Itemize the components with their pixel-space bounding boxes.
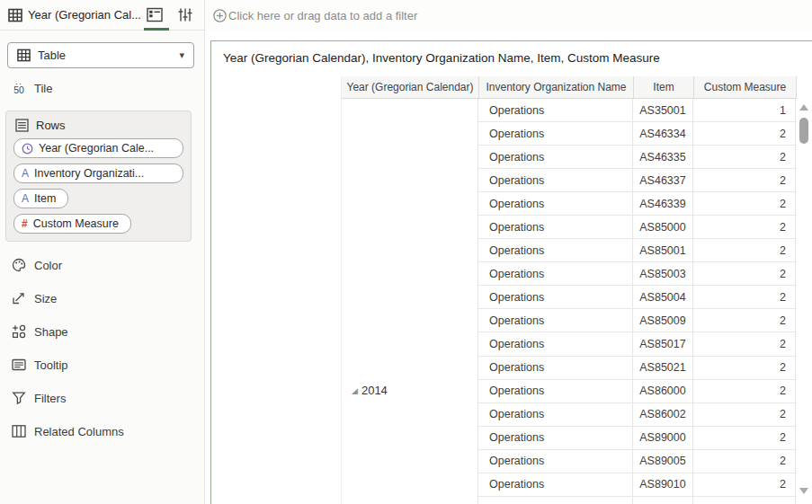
scroll-down-icon[interactable] xyxy=(799,488,808,494)
table-row[interactable]: Operations AS86002 2 xyxy=(478,403,797,427)
cell-item[interactable]: AS85017 xyxy=(633,332,693,355)
table-row[interactable]: Operations AS89000 2 xyxy=(478,427,797,450)
cell-value[interactable]: 2 xyxy=(693,122,796,145)
cell-org[interactable]: Operations xyxy=(478,473,633,496)
cell-org[interactable]: Operations xyxy=(478,192,633,215)
table-row[interactable]: Operations AS85003 2 xyxy=(478,262,797,286)
cell-org[interactable]: Operations xyxy=(478,332,633,355)
table-row[interactable]: Operations AS86000 2 xyxy=(478,380,797,403)
cell-item[interactable]: AS46334 xyxy=(633,122,693,145)
cell-item[interactable]: AS86002 xyxy=(633,403,693,426)
table-row[interactable]: Operations AS35001 1 xyxy=(478,99,797,122)
grammar-panel-tab-icon[interactable] xyxy=(147,7,163,23)
cell-value[interactable]: 2 xyxy=(693,332,796,355)
cell-value[interactable]: 2 xyxy=(693,192,796,215)
cell-item[interactable]: AS86000 xyxy=(633,380,693,402)
cell-org[interactable]: Operations xyxy=(478,357,633,379)
cell-item[interactable]: AS85004 xyxy=(633,286,693,308)
cell-org[interactable]: Operations xyxy=(478,122,633,145)
cell-value[interactable]: 1 xyxy=(693,99,796,121)
cell-value[interactable]: 2 xyxy=(693,239,796,261)
cell-org[interactable]: Operations xyxy=(478,309,633,332)
cell-org[interactable]: Operations xyxy=(478,286,633,308)
pill-custom-measure[interactable]: # Custom Measure xyxy=(13,214,131,234)
column-header-org[interactable]: Inventory Organization Name xyxy=(479,76,634,98)
drop-target-tooltip[interactable]: Tooltip xyxy=(11,358,124,372)
cell-value[interactable]: 2 xyxy=(693,169,796,191)
table-row[interactable]: Operations AS85000 2 xyxy=(478,216,797,239)
table-row-partial[interactable] xyxy=(478,497,797,504)
add-filter-icon[interactable] xyxy=(213,9,227,22)
filter-bar[interactable]: Click here or drag data to add a filter xyxy=(206,0,812,31)
cell-org[interactable]: Operations xyxy=(478,239,633,261)
cell-value[interactable]: 2 xyxy=(693,427,796,449)
cell-value[interactable]: 2 xyxy=(693,473,796,496)
table-row[interactable]: Operations AS85004 2 xyxy=(478,286,797,309)
table-visualization[interactable]: Year (Gregorian Calendar), Inventory Org… xyxy=(210,40,812,504)
cell-item[interactable]: AS46335 xyxy=(633,146,693,168)
cell-value[interactable]: 2 xyxy=(693,380,796,402)
cell-item[interactable]: AS89000 xyxy=(633,427,693,449)
table-row[interactable]: Operations AS46334 2 xyxy=(478,122,797,146)
cell-item[interactable]: AS46337 xyxy=(633,169,693,191)
cell-org[interactable]: Operations xyxy=(478,380,633,402)
table-row[interactable]: Operations AS89005 2 xyxy=(478,450,797,473)
cell-value[interactable]: 2 xyxy=(693,286,796,308)
table-row[interactable]: Operations AS85017 2 xyxy=(478,332,797,356)
cell-item[interactable]: AS85021 xyxy=(633,357,693,379)
cell-value[interactable]: 2 xyxy=(693,309,796,332)
column-header-item[interactable]: Item xyxy=(634,76,694,98)
viz-type-selector[interactable]: Table ▾ xyxy=(7,42,194,68)
cell-item[interactable]: AS46339 xyxy=(633,192,693,215)
table-row[interactable]: Operations AS85021 2 xyxy=(478,357,797,380)
table-row[interactable]: Operations AS46335 2 xyxy=(478,146,797,169)
pill-item[interactable]: A Item xyxy=(13,189,68,208)
drop-target-tile[interactable]: ·· 50 Tile xyxy=(11,80,52,96)
table-row[interactable]: Operations AS46337 2 xyxy=(478,169,797,192)
cell-org[interactable] xyxy=(478,497,633,504)
table-vertical-scrollbar[interactable] xyxy=(798,99,811,504)
cell-value[interactable]: 2 xyxy=(693,403,796,426)
pill-year[interactable]: Year (Gregorian Cale... xyxy=(13,138,183,158)
cell-item[interactable]: AS85009 xyxy=(633,309,693,332)
cell-value[interactable]: 2 xyxy=(693,450,796,473)
year-expand-icon[interactable]: ◢ xyxy=(352,386,358,395)
cell-org[interactable]: Operations xyxy=(478,262,633,285)
cell-item[interactable]: AS89010 xyxy=(633,473,693,496)
drop-target-color[interactable]: Color xyxy=(11,258,124,272)
data-table: Year (Gregorian Calendar) Inventory Orga… xyxy=(341,76,797,504)
cell-item[interactable]: AS85003 xyxy=(633,262,693,285)
cell-org[interactable]: Operations xyxy=(478,146,633,168)
cell-org[interactable]: Operations xyxy=(478,216,633,238)
pill-inventory-organization[interactable]: A Inventory Organizati... xyxy=(13,164,183,183)
scrollbar-thumb[interactable] xyxy=(799,118,808,144)
cell-value[interactable]: 2 xyxy=(693,146,796,168)
viz-properties-icon[interactable] xyxy=(178,7,194,23)
year-group-toggle[interactable]: ◢ 2014 xyxy=(352,384,388,397)
cell-org[interactable]: Operations xyxy=(478,403,633,426)
drop-target-size[interactable]: Size xyxy=(11,291,124,305)
column-header-year[interactable]: Year (Gregorian Calendar) xyxy=(342,76,479,98)
cell-value[interactable]: 2 xyxy=(693,262,796,285)
scroll-up-icon[interactable] xyxy=(799,104,808,111)
column-header-measure[interactable]: Custom Measure xyxy=(694,76,797,98)
cell-item[interactable]: AS85000 xyxy=(633,216,693,238)
cell-org[interactable]: Operations xyxy=(478,427,633,449)
cell-value[interactable]: 2 xyxy=(693,357,796,379)
table-row[interactable]: Operations AS85009 2 xyxy=(478,309,797,332)
cell-item[interactable]: AS85001 xyxy=(633,239,693,261)
cell-org[interactable]: Operations xyxy=(478,99,633,121)
drop-target-related-columns[interactable]: Related Columns xyxy=(11,424,124,438)
drop-target-filters[interactable]: Filters xyxy=(11,391,124,405)
cell-value[interactable] xyxy=(693,497,796,504)
cell-value[interactable]: 2 xyxy=(693,216,796,238)
table-row[interactable]: Operations AS89010 2 xyxy=(478,473,797,497)
table-row[interactable]: Operations AS85001 2 xyxy=(478,239,797,262)
cell-item[interactable]: AS35001 xyxy=(633,99,693,121)
drop-target-shape[interactable]: Shape xyxy=(11,324,124,339)
table-row[interactable]: Operations AS46339 2 xyxy=(478,192,797,216)
cell-org[interactable]: Operations xyxy=(478,169,633,191)
cell-org[interactable]: Operations xyxy=(478,450,633,473)
cell-item[interactable] xyxy=(633,497,693,504)
cell-item[interactable]: AS89005 xyxy=(633,450,693,473)
